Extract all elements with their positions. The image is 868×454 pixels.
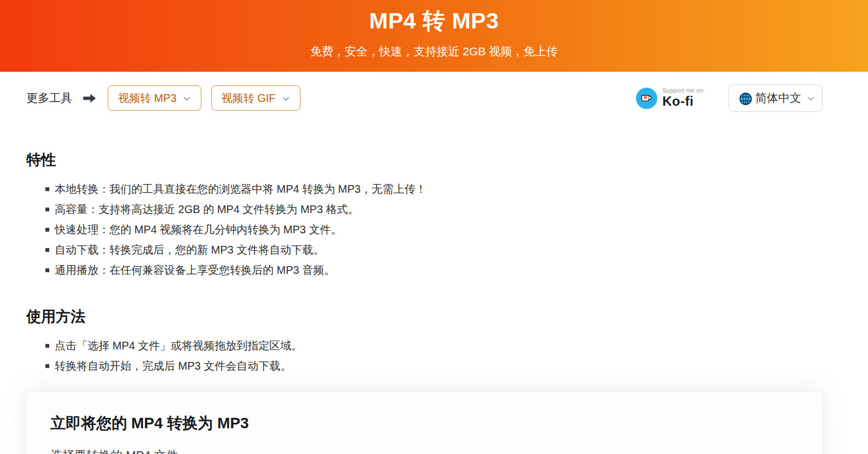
usage-text: 点击「选择 MP4 文件」或将视频拖放到指定区域。	[55, 336, 302, 356]
usage-item: 点击「选择 MP4 文件」或将视频拖放到指定区域。	[26, 336, 823, 356]
language-label: 简体中文	[755, 90, 801, 106]
converter-card-title: 立即将您的 MP4 转换为 MP3	[50, 413, 798, 434]
feature-text: 本地转换：我们的工具直接在您的浏览器中将 MP4 转换为 MP3，无需上传！	[55, 179, 426, 199]
usage-item: 转换将自动开始，完成后 MP3 文件会自动下载。	[26, 356, 823, 376]
page-subtitle: 免费，安全，快速，支持接近 2GB 视频，免上传	[0, 44, 868, 59]
feature-text: 快速处理：您的 MP4 视频将在几分钟内转换为 MP3 文件。	[55, 220, 342, 240]
feature-item: 高容量：支持将高达接近 2GB 的 MP4 文件转换为 MP3 格式。	[26, 199, 823, 220]
feature-item: 自动下载：转换完成后，您的新 MP3 文件将自动下载。	[26, 240, 823, 260]
tools-group: 更多工具 视频转 MP3 视频转 GIF	[26, 85, 300, 111]
hero-header: MP4 转 MP3 免费，安全，快速，支持接近 2GB 视频，免上传	[0, 0, 868, 72]
feature-item: 快速处理：您的 MP4 视频将在几分钟内转换为 MP3 文件。	[26, 220, 823, 240]
header-actions: Support me on Ko-fi 简体中文	[636, 84, 823, 112]
video-to-gif-dropdown[interactable]: 视频转 GIF	[211, 85, 300, 111]
converter-card: 立即将您的 MP4 转换为 MP3 选择要转换的 MP4 文件	[26, 392, 823, 454]
globe-icon	[739, 92, 753, 106]
feature-item: 通用播放：在任何兼容设备上享受您转换后的 MP3 音频。	[26, 260, 823, 280]
chevron-down-icon	[282, 95, 290, 103]
kofi-tagline: Support me on	[662, 87, 703, 94]
feature-item: 本地转换：我们的工具直接在您的浏览器中将 MP4 转换为 MP3，无需上传！	[26, 179, 823, 199]
kofi-cup-icon	[636, 88, 657, 109]
feature-text: 自动下载：转换完成后，您的新 MP3 文件将自动下载。	[55, 240, 324, 260]
page-title: MP4 转 MP3	[0, 0, 868, 36]
kofi-button[interactable]: Support me on Ko-fi	[636, 87, 703, 108]
video-to-mp3-label: 视频转 MP3	[118, 91, 177, 106]
converter-card-subtitle: 选择要转换的 MP4 文件	[50, 447, 798, 454]
bullet-square-icon	[45, 187, 49, 191]
video-to-gif-label: 视频转 GIF	[222, 91, 276, 106]
usage-list: 点击「选择 MP4 文件」或将视频拖放到指定区域。 转换将自动开始，完成后 MP…	[26, 336, 823, 376]
bullet-square-icon	[45, 268, 49, 272]
kofi-brand: Ko-fi	[662, 94, 703, 109]
feature-text: 通用播放：在任何兼容设备上享受您转换后的 MP3 音频。	[55, 260, 335, 280]
video-to-mp3-dropdown[interactable]: 视频转 MP3	[108, 85, 201, 111]
features-heading: 特性	[26, 150, 823, 170]
main-content: 特性 本地转换：我们的工具直接在您的浏览器中将 MP4 转换为 MP3，无需上传…	[0, 150, 868, 454]
features-list: 本地转换：我们的工具直接在您的浏览器中将 MP4 转换为 MP3，无需上传！ 高…	[26, 179, 823, 280]
more-tools-label: 更多工具	[26, 90, 72, 106]
kofi-text: Support me on Ko-fi	[662, 87, 703, 108]
chevron-down-icon	[807, 95, 815, 103]
usage-heading: 使用方法	[26, 307, 823, 326]
page: { "header": { "title": "MP4 转 MP3", "sub…	[0, 0, 868, 454]
toolbar: 更多工具 视频转 MP3 视频转 GIF	[0, 72, 868, 112]
arrow-right-icon	[82, 93, 97, 104]
feature-text: 高容量：支持将高达接近 2GB 的 MP4 文件转换为 MP3 格式。	[55, 199, 359, 220]
bullet-square-icon	[45, 208, 49, 211]
language-selector[interactable]: 简体中文	[728, 84, 823, 112]
bullet-square-icon	[45, 248, 49, 252]
bullet-square-icon	[45, 228, 49, 232]
bullet-square-icon	[45, 344, 49, 348]
bullet-square-icon	[45, 364, 49, 368]
usage-text: 转换将自动开始，完成后 MP3 文件会自动下载。	[55, 356, 291, 376]
chevron-down-icon	[183, 95, 191, 103]
